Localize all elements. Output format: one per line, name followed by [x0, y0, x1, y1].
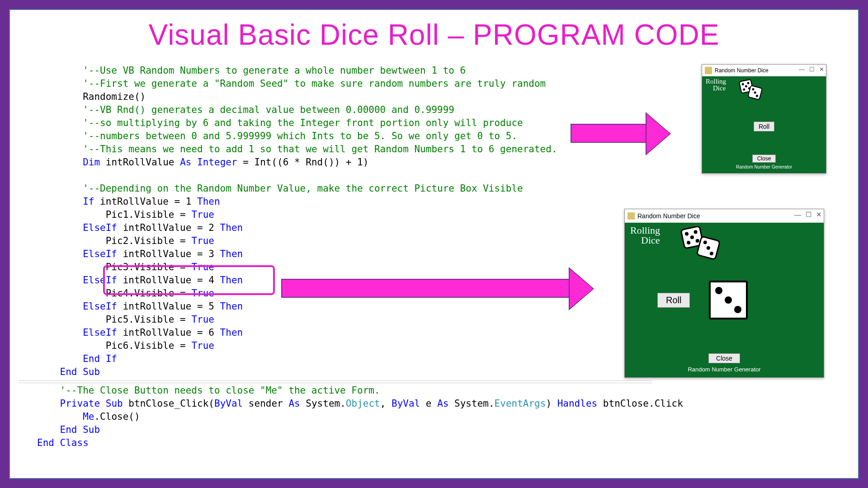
logo-text: Rolling [706, 78, 726, 85]
app-window-large: Random Number Dice — ☐ ✕ Rolling Dice [624, 209, 824, 378]
maximize-icon[interactable]: ☐ [809, 66, 815, 73]
logo-text-2: Dice [641, 235, 660, 245]
app-window-small: Random Number Dice — ☐ ✕ Rolling Dice [702, 64, 826, 174]
generator-label: Random Number Generator [736, 164, 792, 169]
app-icon [627, 212, 635, 220]
app-titlebar: Random Number Dice — ☐ ✕ [625, 209, 824, 223]
generator-label: Random Number Generator [688, 366, 760, 373]
dice-icon [677, 226, 722, 263]
logo-text: Rolling [630, 225, 660, 235]
app-titlebar: Random Number Dice — ☐ ✕ [702, 65, 826, 76]
slide-title: Visual Basic Dice Roll – PROGRAM CODE [10, 18, 858, 52]
dice-icon [736, 79, 764, 102]
minimize-icon[interactable]: — [799, 66, 805, 73]
minimize-icon[interactable]: — [794, 211, 801, 219]
app-title: Random Number Dice [637, 212, 700, 220]
die-result [709, 281, 748, 319]
app-title: Random Number Dice [715, 67, 769, 74]
logo-text-2: Dice [713, 85, 726, 92]
close-icon[interactable]: ✕ [819, 66, 824, 73]
code-block-2: '--The Close Button needs to close "Me" … [37, 384, 849, 450]
roll-button[interactable]: Roll [754, 122, 774, 131]
app-icon [705, 67, 712, 74]
roll-button[interactable]: Roll [657, 293, 690, 308]
close-icon[interactable]: ✕ [816, 211, 822, 219]
close-button[interactable]: Close [752, 155, 776, 163]
maximize-icon[interactable]: ☐ [806, 211, 811, 219]
close-button[interactable]: Close [708, 353, 740, 363]
highlight-box [103, 265, 275, 295]
